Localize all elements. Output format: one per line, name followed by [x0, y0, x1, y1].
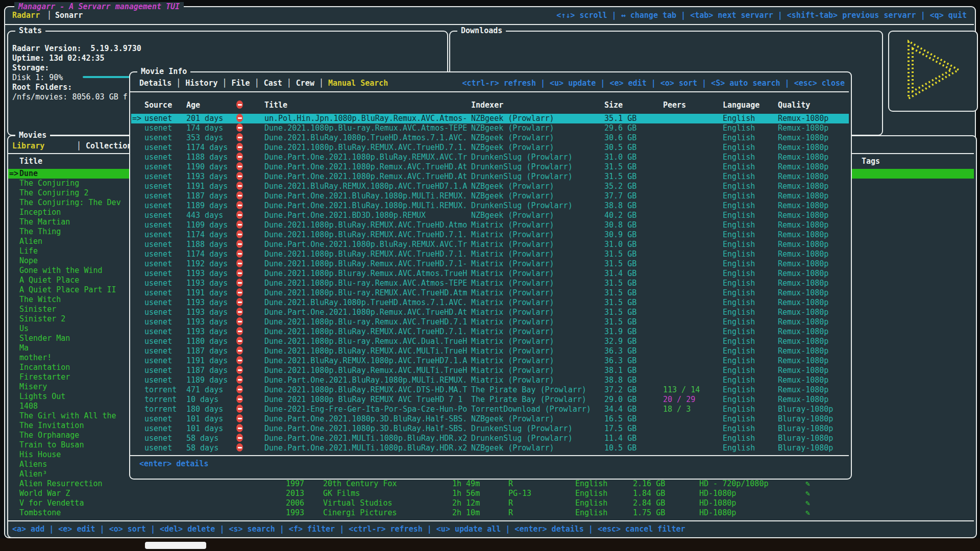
search-result-row[interactable]: usenet1193 daysDune.Part.One.2021.1080p.… — [131, 172, 849, 182]
search-result-row[interactable]: usenet1193 daysDune.2021.1080p.Blu-ray.R… — [131, 279, 849, 288]
servarr-tab-radarr[interactable]: Radarr — [12, 11, 40, 20]
servarr-tab-sonarr[interactable]: Sonarr — [55, 11, 83, 20]
movie-table-row-fragment[interactable]: 2006Virtual Studios2h 12mREnglish2.84 GB… — [8, 498, 974, 508]
movie-info-tab-details[interactable]: Details — [139, 79, 172, 88]
search-result-row[interactable]: usenet1189 daysDune.Part.One.2021.BluRay… — [131, 201, 849, 211]
release-age: 1193 days — [186, 279, 228, 288]
release-title: Dune.Part.One.2021.1080p.3D.BluRay.Half-… — [264, 424, 467, 434]
search-result-row[interactable]: usenet58 daysDune.Part.One.2021.MULTi.10… — [131, 443, 849, 453]
search-result-row[interactable]: usenet1174 daysDune.2021.1080p.BluRay.RE… — [131, 143, 849, 153]
search-result-row[interactable]: torrent180 daysDune-2021-Eng-Fre-Ger-Ita… — [131, 405, 849, 414]
release-indexer: Miatrix (Prowlarr) — [471, 240, 554, 249]
search-result-row[interactable]: usenet1174 daysDune.2021.1080p.BluRay.RE… — [131, 249, 849, 259]
release-title: Dune.2021.1080p.BluRay.REMUX.AVC.DTS-HD.… — [264, 385, 467, 395]
header-source: Source — [144, 101, 172, 110]
release-age: 58 days — [186, 434, 218, 443]
movie-size: 1.75 GB — [633, 508, 665, 518]
release-title: Dune.2021.1080p.BluRay.Remux.AVC.TrueHD.… — [264, 259, 467, 269]
search-result-row[interactable]: =>usenet201 daysun.Pol.Hin.Jpn.1080p.Blu… — [131, 114, 849, 123]
movie-info-tab-file[interactable]: File — [232, 79, 250, 88]
search-result-row[interactable]: usenet1187 daysDune.2021.1080p.BluRay.Re… — [131, 366, 849, 375]
search-result-row[interactable]: usenet1193 daysDune.2021.1080p.Bluray.Re… — [131, 269, 849, 279]
search-result-row[interactable]: usenet1191 daysDune.2021.1080p.Blu-ray.R… — [131, 288, 849, 298]
search-result-row[interactable]: usenet1109 daysDune.2021.1080p.BluRay.RE… — [131, 220, 849, 230]
rejected-icon — [236, 269, 243, 277]
search-result-row[interactable]: usenet1193 daysDune.Part.One.2021.1080p.… — [131, 308, 849, 317]
release-source: usenet — [144, 191, 172, 201]
taskbar-fragment — [145, 542, 206, 549]
movie-info-tab-manual-search[interactable]: Manual Search — [328, 79, 388, 88]
rejected-icon — [236, 114, 243, 122]
search-result-row[interactable]: usenet1193 daysDune.2021.BluRay.1080p.Tr… — [131, 298, 849, 308]
search-result-row[interactable]: usenet1188 daysDune.Part.One.2021.1080p.… — [131, 240, 849, 249]
search-result-row[interactable]: usenet1191 daysDune.2021.BluRay.REMUX.10… — [131, 356, 849, 366]
release-language: English — [723, 153, 755, 162]
search-result-row[interactable]: torrent471 daysDune.2021.1080p.BluRay.RE… — [131, 385, 849, 395]
release-size: 31.5 GB — [604, 172, 636, 182]
search-result-row[interactable]: usenet353 daysDune.2021.BluRay.1080p.Tru… — [131, 133, 849, 143]
release-quality: Remux-1080p — [778, 211, 828, 220]
release-language: English — [723, 366, 755, 375]
search-result-row[interactable]: usenet1174 daysDune.2021.1080p.BluRay.RE… — [131, 230, 849, 240]
release-language: English — [723, 259, 755, 269]
movie-info-tab-cast[interactable]: Cast — [264, 79, 282, 88]
search-result-row[interactable]: usenet101 daysDune.Part.One.2021.1080p.3… — [131, 424, 849, 434]
release-age: 1187 days — [186, 191, 228, 201]
release-size: 31.4 GB — [604, 269, 636, 279]
release-size: 32.9 GB — [604, 337, 636, 346]
movie-title: Lights Out — [19, 392, 65, 402]
release-source: usenet — [144, 308, 172, 317]
release-age: 1174 days — [186, 230, 228, 240]
release-title: Dune.Part.One.2021.1080p.Remux.AVC.TrueH… — [264, 172, 467, 182]
movie-info-tab-history[interactable]: History — [185, 79, 217, 88]
release-title: Dune.2021.BluRay.1080p.TrueHD.Atmos.7.1.… — [264, 298, 467, 308]
search-result-row[interactable]: torrent10 daysDune 2021 1080p BluRay REM… — [131, 395, 849, 405]
movie-studio: GK Films — [323, 489, 360, 498]
logo-panel — [888, 31, 978, 112]
movie-info-tab-crew[interactable]: Crew — [296, 79, 314, 88]
release-quality: Remux-1080p — [778, 308, 828, 317]
release-source: usenet — [144, 443, 172, 453]
search-result-row[interactable]: usenet1189 daysDune.Part.One.2021.BluRay… — [131, 375, 849, 385]
release-size: 30.9 GB — [604, 230, 636, 240]
release-peers: 113 / 14 — [663, 385, 700, 395]
movie-table-row-fragment[interactable]: 2013GK Films1h 56mPG-13English1.84 GBHD-… — [8, 489, 974, 498]
release-indexer: Miatrix (Prowlarr) — [471, 356, 554, 366]
rejected-icon — [236, 162, 243, 170]
search-result-row[interactable]: usenet1180 daysDune.2021.1080p.Blu-ray.R… — [131, 337, 849, 346]
search-result-row[interactable]: usenet1193 daysDune.2021.1080p.BluRay.RE… — [131, 327, 849, 337]
movie-table-row-fragment[interactable]: 199720th Century Fox1h 49mREnglish2.16 G… — [8, 479, 974, 489]
release-title: Dune.2021.BluRay.1080p.TrueHD.Atmos.7.1.… — [264, 133, 467, 143]
release-indexer: Miatrix (Prowlarr) — [471, 308, 554, 317]
release-title: Dune.Part.One.2021.BluRay.1080p.MULTi.RE… — [264, 191, 467, 201]
search-result-row[interactable]: usenet101 daysDune.Part.One.2021.1080p.3… — [131, 414, 849, 424]
search-result-row[interactable]: usenet1190 daysDune.Part.One.2021.1080p.… — [131, 162, 849, 172]
release-size: 30.6 GB — [604, 133, 636, 143]
search-result-row[interactable]: usenet174 daysDune.2021.1080p.Blu-ray.Re… — [131, 123, 849, 133]
search-result-row[interactable]: usenet1188 daysDune.Part.One.2021.1080p.… — [131, 153, 849, 162]
search-result-row[interactable]: usenet443 daysDune.Part.One.2021.BD3D.10… — [131, 211, 849, 220]
search-result-row[interactable]: usenet1187 daysDune.Part.One.2021.BluRay… — [131, 191, 849, 201]
search-result-row[interactable]: usenet1192 daysDune.2021.1080p.BluRay.Re… — [131, 259, 849, 269]
release-language: English — [723, 327, 755, 337]
release-indexer: The Pirate Bay (Prowlarr) — [471, 395, 586, 405]
search-result-row[interactable]: usenet1193 daysDune.2021.1080p.Blu-ray.R… — [131, 317, 849, 327]
rejected-icon — [236, 366, 243, 374]
release-language: English — [723, 346, 755, 356]
release-size: 37.7 GB — [604, 191, 636, 201]
release-age: 1193 days — [186, 308, 228, 317]
search-result-row[interactable]: usenet1187 daysDune.2021.1080p.BluRay.RE… — [131, 346, 849, 356]
tab-library[interactable]: Library — [12, 141, 44, 151]
movie-table-row-fragment[interactable]: 1993Cinergi Pictures2h 10mREnglish1.75 G… — [8, 508, 974, 518]
release-indexer: NZBgeek (Prowlarr) — [471, 211, 554, 220]
release-source: usenet — [144, 123, 172, 133]
search-result-row[interactable]: usenet1191 daysDune.2021.BluRay.REMUX.10… — [131, 182, 849, 191]
release-source: torrent — [144, 395, 177, 405]
release-age: 1193 days — [186, 172, 228, 182]
release-title: Dune.Part.One.2021.BluRay.1080p.MULTi.RE… — [264, 201, 467, 211]
release-age: 1180 days — [186, 337, 228, 346]
rejected-icon — [236, 249, 243, 258]
movie-language: English — [575, 508, 607, 518]
search-result-row[interactable]: usenet58 daysDune.Part.One.2021.MULTi.10… — [131, 434, 849, 443]
desktop-background: Managarr - A Servarr management TUI Rada… — [0, 0, 980, 551]
